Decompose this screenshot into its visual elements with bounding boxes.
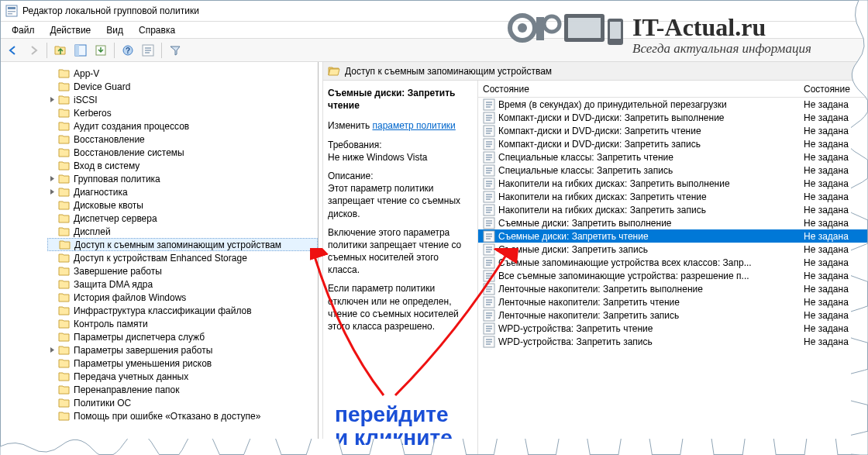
tree-node[interactable]: Device Guard <box>47 80 318 93</box>
expand-icon[interactable] <box>47 253 57 263</box>
tree-node[interactable]: Групповая политика <box>47 172 318 185</box>
tree-node[interactable]: Параметры уменьшения рисков <box>47 357 318 370</box>
setting-row[interactable]: WPD-устройства: Запретить записьНе задан… <box>478 335 867 348</box>
setting-row[interactable]: Компакт-диски и DVD-диски: Запретить чте… <box>478 124 867 137</box>
setting-row[interactable]: Ленточные накопители: Запретить выполнен… <box>478 282 867 295</box>
expand-icon[interactable] <box>47 95 57 105</box>
requirements-text: Не ниже Windows Vista <box>328 152 428 163</box>
expand-icon[interactable] <box>47 174 57 184</box>
tree-node[interactable]: Дисковые квоты <box>47 198 318 212</box>
menu-file[interactable]: Файл <box>4 23 43 37</box>
expand-icon[interactable] <box>47 359 57 368</box>
tree-node[interactable]: Защита DMA ядра <box>47 277 318 291</box>
tree-node-label: Политики ОС <box>74 398 131 408</box>
expand-icon[interactable] <box>48 240 57 250</box>
tree-node[interactable]: Завершение работы <box>47 264 318 277</box>
setting-row[interactable]: Накопители на гибких дисках: Запретить в… <box>478 177 867 190</box>
tree-node[interactable]: Доступ к устройствам Enhanced Storage <box>47 251 318 264</box>
setting-row[interactable]: Время (в секундах) до принудительной пер… <box>478 98 867 111</box>
forward-button[interactable] <box>24 41 43 60</box>
column-name[interactable]: Состояние <box>478 84 801 95</box>
tree-node[interactable]: Помощь при ошибке «Отказано в доступе» <box>47 409 318 422</box>
tree-node[interactable]: История файлов Windows <box>47 291 318 304</box>
toolbar-separator <box>46 43 47 58</box>
tree-node[interactable]: Восстановление системы <box>47 146 318 159</box>
expand-icon[interactable] <box>47 122 57 131</box>
expand-icon[interactable] <box>47 319 57 329</box>
expand-icon[interactable] <box>47 214 57 223</box>
tree-node-label: Параметры завершения работы <box>74 345 212 356</box>
setting-row[interactable]: Специальные классы: Запретить записьНе з… <box>478 164 867 177</box>
expand-icon[interactable] <box>47 135 57 144</box>
expand-icon[interactable] <box>47 398 57 408</box>
expand-icon[interactable] <box>47 267 57 276</box>
expand-icon[interactable] <box>47 161 57 171</box>
setting-row[interactable]: Компакт-диски и DVD-диски: Запретить зап… <box>478 137 867 150</box>
setting-state: Не задана <box>801 99 867 110</box>
expand-icon[interactable] <box>47 148 57 157</box>
expand-icon[interactable] <box>47 69 57 78</box>
filter-button[interactable] <box>166 41 184 60</box>
help-button[interactable]: ? <box>119 41 137 60</box>
setting-row[interactable]: Съемные диски: Запретить чтениеНе задана <box>478 229 867 243</box>
expand-icon[interactable] <box>47 333 57 342</box>
tree-pane[interactable]: App-VDevice GuardiSCSIKerberosАудит созд… <box>1 62 319 454</box>
expand-icon[interactable] <box>47 227 57 236</box>
setting-row[interactable]: Ленточные накопители: Запретить чтениеНе… <box>478 295 867 309</box>
tree-node[interactable]: Дисплей <box>47 225 318 238</box>
tree-node[interactable]: Перенаправление папок <box>47 383 318 396</box>
svg-rect-9 <box>75 45 79 56</box>
setting-row[interactable]: Компакт-диски и DVD-диски: Запретить вып… <box>478 111 867 124</box>
expand-icon[interactable] <box>47 188 57 197</box>
setting-row[interactable]: Ленточные накопители: Запретить записьНе… <box>478 309 867 322</box>
tree-node[interactable]: Политики ОС <box>47 396 318 409</box>
tree-node[interactable]: Kerberos <box>47 106 318 119</box>
expand-icon[interactable] <box>47 412 57 421</box>
edit-policy-link[interactable]: параметр политики <box>372 120 455 131</box>
tree-node[interactable]: iSCSI <box>47 93 318 106</box>
export-button[interactable] <box>91 41 110 60</box>
tree-node[interactable]: Доступ к съемным запоминающим устройства… <box>47 238 318 251</box>
setting-row[interactable]: Специальные классы: Запретить чтениеНе з… <box>478 150 867 164</box>
tree-node[interactable]: Инфраструктура классификации файлов <box>47 304 318 317</box>
tree-node[interactable]: Передача учетных данных <box>47 370 318 383</box>
tree-node[interactable]: Диагностика <box>47 185 318 198</box>
column-state[interactable]: Состояние <box>801 84 867 95</box>
expand-icon[interactable] <box>47 293 57 302</box>
tree-node[interactable]: Параметры диспетчера служб <box>47 330 318 343</box>
back-button[interactable] <box>4 41 22 60</box>
properties-button[interactable] <box>139 41 157 60</box>
expand-icon[interactable] <box>47 372 57 381</box>
expand-icon[interactable] <box>47 346 57 355</box>
setting-row[interactable]: Съемные диски: Запретить выполнениеНе за… <box>478 216 867 229</box>
up-button[interactable] <box>51 41 70 60</box>
menu-help[interactable]: Справка <box>131 23 183 37</box>
tree-node[interactable]: Диспетчер сервера <box>47 212 318 225</box>
setting-row[interactable]: Все съемные запоминающие устройства: раз… <box>478 269 867 282</box>
setting-row[interactable]: Накопители на гибких дисках: Запретить з… <box>478 203 867 216</box>
expand-icon[interactable] <box>47 280 57 289</box>
folder-icon <box>58 331 71 343</box>
setting-row[interactable]: Съемные диски: Запретить записьНе задана <box>478 243 867 256</box>
setting-row[interactable]: Накопители на гибких дисках: Запретить ч… <box>478 190 867 203</box>
expand-icon[interactable] <box>47 201 57 210</box>
expand-icon[interactable] <box>47 306 57 315</box>
setting-name: Ленточные накопители: Запретить чтение <box>478 296 801 309</box>
setting-row[interactable]: WPD-устройства: Запретить чтениеНе задан… <box>478 322 867 335</box>
tree-node[interactable]: Вход в систему <box>47 159 318 172</box>
tree-node[interactable]: Аудит создания процессов <box>47 119 318 133</box>
list-headers[interactable]: Состояние Состояние <box>478 81 867 98</box>
setting-icon <box>483 283 495 295</box>
menu-action[interactable]: Действие <box>43 23 99 37</box>
menu-view[interactable]: Вид <box>98 23 131 37</box>
show-hide-tree-button[interactable] <box>71 41 90 60</box>
expand-icon[interactable] <box>47 82 57 91</box>
tree-node[interactable]: Контроль памяти <box>47 317 318 330</box>
expand-icon[interactable] <box>47 385 57 395</box>
tree-node[interactable]: App-V <box>47 67 318 80</box>
expand-icon[interactable] <box>47 109 57 118</box>
setting-state: Не задана <box>801 323 867 334</box>
tree-node[interactable]: Восстановление <box>47 133 318 146</box>
tree-node[interactable]: Параметры завершения работы <box>47 343 318 357</box>
setting-row[interactable]: Съемные запоминающие устройства всех кла… <box>478 256 867 269</box>
